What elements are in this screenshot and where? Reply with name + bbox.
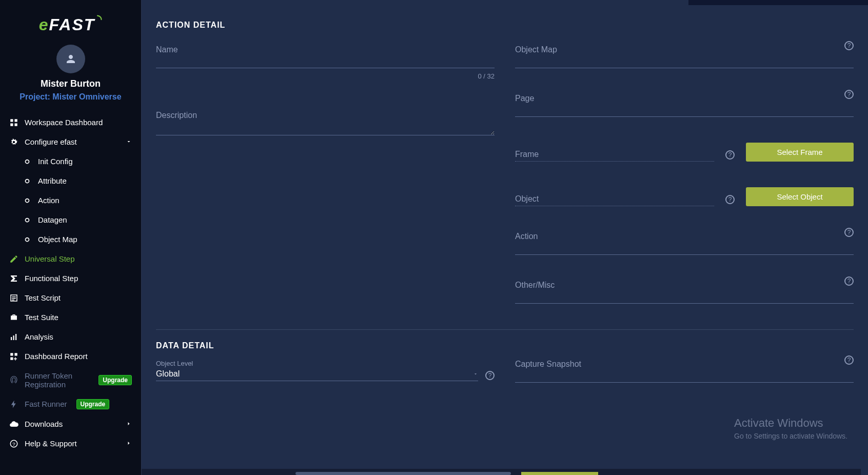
- sidebar-item-analysis[interactable]: Analysis: [0, 327, 141, 347]
- list-icon: [9, 293, 18, 303]
- project-label: Project: Mister Omniverse: [0, 92, 141, 102]
- sidebar-item-dashboard-report[interactable]: Dashboard Report: [0, 347, 141, 366]
- help-icon[interactable]: ?: [844, 90, 854, 99]
- sidebar-item-functional-step[interactable]: Functional Step: [0, 269, 141, 288]
- other-misc-field: ? Other/Misc: [515, 281, 854, 304]
- chart-icon: [9, 332, 18, 342]
- watermark-line1: Activate Windows: [734, 417, 847, 430]
- help-icon[interactable]: ?: [725, 195, 735, 204]
- fingerprint-icon: [9, 375, 18, 385]
- sidebar-nav: Workspace Dashboard Configure efast Init…: [0, 113, 141, 470]
- capture-snapshot-label: Capture Snapshot: [515, 360, 854, 369]
- sidebar-item-label: Fast Runner: [25, 400, 67, 408]
- data-detail-title: DATA DETAIL: [156, 341, 854, 350]
- circle-icon: [23, 176, 32, 186]
- circle-icon: [23, 235, 32, 244]
- chevron-down-icon: [126, 137, 132, 146]
- help-icon: ?: [9, 439, 18, 448]
- sidebar-item-help-support[interactable]: ? Help & Support: [0, 434, 141, 453]
- sidebar-item-label: Workspace Dashboard: [25, 118, 103, 127]
- help-icon[interactable]: ?: [725, 150, 735, 160]
- upgrade-badge[interactable]: Upgrade: [76, 399, 110, 409]
- sidebar-item-workspace-dashboard[interactable]: Workspace Dashboard: [0, 113, 141, 132]
- svg-text:?: ?: [12, 441, 15, 446]
- sidebar-item-runner-token[interactable]: Runner Token Registration Upgrade: [0, 366, 141, 394]
- action-input[interactable]: [515, 242, 854, 255]
- sidebar-item-label: Action: [38, 196, 60, 205]
- page-input[interactable]: [515, 104, 854, 117]
- form-right-column: ? Object Map ? Page Frame ? Select Frame: [515, 45, 854, 304]
- watermark-line2: Go to Settings to activate Windows.: [734, 432, 847, 440]
- svg-point-4: [26, 160, 29, 163]
- sidebar-item-label: Datagen: [38, 215, 67, 224]
- object-input[interactable]: [515, 206, 714, 206]
- sidebar-item-label: Help & Support: [25, 439, 77, 448]
- svg-rect-15: [15, 334, 16, 340]
- sidebar-item-test-suite[interactable]: Test Suite: [0, 308, 141, 327]
- sidebar-item-init-config[interactable]: Init Config: [0, 152, 141, 171]
- sidebar-item-configure-efast[interactable]: Configure efast: [0, 132, 141, 152]
- description-input[interactable]: [156, 121, 495, 135]
- sidebar-item-universal-step[interactable]: Universal Step: [0, 249, 141, 269]
- select-frame-button[interactable]: Select Frame: [746, 143, 854, 162]
- object-level-label: Object Level: [156, 360, 495, 367]
- object-map-input[interactable]: [515, 55, 854, 68]
- sidebar-item-label: Universal Step: [25, 254, 75, 263]
- sidebar-item-label: Init Config: [38, 157, 73, 166]
- object-row: Object ? Select Object: [515, 187, 854, 206]
- help-icon[interactable]: ?: [844, 355, 854, 365]
- data-detail-form: Object Level Global ? ? Capture Snapshot: [156, 360, 854, 383]
- other-misc-input[interactable]: [515, 291, 854, 304]
- sidebar-item-label: Dashboard Report: [25, 352, 88, 361]
- page-label: Page: [515, 94, 854, 103]
- name-field: Name 0 / 32: [156, 45, 495, 80]
- person-icon: [65, 53, 77, 65]
- help-icon[interactable]: ?: [844, 228, 854, 237]
- sidebar-item-label: Functional Step: [25, 274, 78, 283]
- svg-rect-3: [15, 123, 17, 126]
- capture-snapshot-input[interactable]: [515, 370, 854, 383]
- action-field: ? Action: [515, 232, 854, 255]
- name-input[interactable]: [156, 55, 495, 68]
- user-avatar[interactable]: [56, 45, 85, 73]
- section-divider: [156, 329, 854, 330]
- sidebar-item-action[interactable]: Action: [0, 191, 141, 210]
- sidebar: eFAST Mister Burton Project: Mister Omni…: [0, 0, 142, 475]
- sidebar-item-label: Object Map: [38, 235, 77, 244]
- sidebar-item-datagen[interactable]: Datagen: [0, 210, 141, 230]
- sidebar-item-object-map[interactable]: Object Map: [0, 230, 141, 249]
- logo-fast: FAST: [49, 15, 95, 34]
- sidebar-item-label: Downloads: [25, 420, 63, 428]
- svg-point-5: [26, 179, 29, 183]
- name-label: Name: [156, 45, 495, 54]
- object-field: Object: [515, 194, 714, 206]
- object-level-select[interactable]: Global: [156, 369, 478, 381]
- scrollbar-thumb[interactable]: [295, 472, 511, 475]
- horizontal-scrollbar[interactable]: [142, 469, 861, 475]
- help-icon[interactable]: ?: [844, 276, 854, 286]
- svg-rect-16: [10, 353, 13, 355]
- frame-field: Frame: [515, 150, 714, 162]
- description-field: Description: [156, 111, 495, 137]
- object-map-label: Object Map: [515, 45, 854, 54]
- help-icon[interactable]: ?: [844, 41, 854, 50]
- dashboard-plus-icon: [9, 352, 18, 361]
- sidebar-item-attribute[interactable]: Attribute: [0, 171, 141, 191]
- action-label: Action: [515, 232, 854, 241]
- sidebar-item-test-script[interactable]: Test Script: [0, 288, 141, 308]
- name-counter: 0 / 32: [156, 72, 495, 80]
- select-object-button[interactable]: Select Object: [746, 187, 854, 206]
- upgrade-badge[interactable]: Upgrade: [98, 375, 132, 385]
- briefcase-icon: [9, 313, 18, 322]
- other-misc-label: Other/Misc: [515, 281, 854, 290]
- sidebar-item-downloads[interactable]: Downloads: [0, 414, 141, 434]
- sidebar-item-fast-runner[interactable]: Fast Runner Upgrade: [0, 394, 141, 414]
- logo-accent-icon: [93, 9, 102, 28]
- help-icon[interactable]: ?: [485, 371, 495, 380]
- sidebar-item-label: Attribute: [38, 176, 67, 185]
- frame-input[interactable]: [515, 161, 714, 162]
- svg-rect-1: [15, 119, 17, 122]
- action-detail-form: Name 0 / 32 Description ? Object Map ?: [156, 45, 854, 304]
- object-map-field: ? Object Map: [515, 45, 854, 68]
- action-detail-title: ACTION DETAIL: [156, 21, 854, 30]
